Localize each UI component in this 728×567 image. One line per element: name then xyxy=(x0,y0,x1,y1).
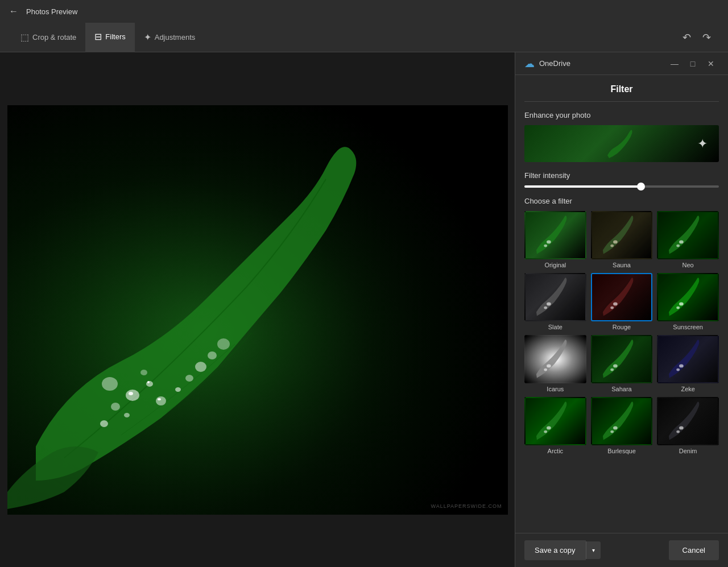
intensity-section: Filter intensity xyxy=(524,171,719,188)
filter-section-label: Choose a filter xyxy=(524,197,719,205)
filter-name-sauna: Sauna xyxy=(613,262,631,268)
svg-point-39 xyxy=(610,431,614,433)
onedrive-header: ☁ OneDrive — □ ✕ xyxy=(515,52,728,75)
svg-point-35 xyxy=(677,369,680,371)
close-button[interactable]: ✕ xyxy=(703,56,719,72)
filter-thumb-slate xyxy=(524,273,586,321)
svg-point-9 xyxy=(102,377,118,391)
watermark: WALLPAPERSWIDE.COM xyxy=(431,503,502,509)
svg-point-19 xyxy=(544,245,547,247)
redo-button[interactable]: ↷ xyxy=(697,27,717,48)
svg-point-29 xyxy=(677,307,680,309)
svg-point-21 xyxy=(610,245,614,247)
thumb-leaf-burlesque xyxy=(592,398,652,444)
undo-button[interactable]: ↶ xyxy=(677,27,697,48)
photo-area: WALLPAPERSWIDE.COM xyxy=(0,52,515,567)
filter-grid: OriginalSaunaNeoSlateRougeSunscreenIcaru… xyxy=(524,211,719,454)
svg-point-12 xyxy=(124,413,130,417)
cancel-button[interactable]: Cancel xyxy=(669,540,719,560)
filter-panel-title: Filter xyxy=(524,84,719,102)
onedrive-branding: ☁ OneDrive xyxy=(524,57,570,70)
onedrive-title: OneDrive xyxy=(539,59,570,68)
svg-point-36 xyxy=(547,427,551,430)
svg-point-25 xyxy=(544,307,547,309)
svg-point-28 xyxy=(679,303,684,306)
toolbar: ⬚ Crop & rotate ⊟ Filters ✦ Adjustments … xyxy=(0,23,728,52)
filters-button[interactable]: ⊟ Filters xyxy=(85,23,134,52)
filter-item-sunscreen[interactable]: Sunscreen xyxy=(657,273,719,330)
svg-point-16 xyxy=(147,381,150,383)
svg-point-24 xyxy=(547,303,551,306)
bottom-bar: Save a copy ▾ Cancel xyxy=(515,533,728,567)
adjustments-icon: ✦ xyxy=(144,32,151,43)
thumb-leaf-sahara xyxy=(592,336,652,382)
enhance-label: Enhance your photo xyxy=(524,111,719,119)
enhance-preview-leaf xyxy=(605,127,639,161)
filter-name-zeke: Zeke xyxy=(681,386,694,392)
filter-thumb-neo xyxy=(657,211,719,259)
svg-point-37 xyxy=(544,431,547,433)
save-dropdown-button[interactable]: ▾ xyxy=(586,541,601,559)
title-bar: ← Photos Preview xyxy=(0,0,728,23)
intensity-slider[interactable] xyxy=(524,185,719,188)
filter-name-denim: Denim xyxy=(679,448,697,454)
enhance-preview[interactable]: ✦ xyxy=(524,125,719,162)
filter-item-icarus[interactable]: Icarus xyxy=(524,335,586,392)
filter-name-rouge: Rouge xyxy=(613,324,631,330)
intensity-label: Filter intensity xyxy=(524,171,719,180)
filter-item-slate[interactable]: Slate xyxy=(524,273,586,330)
svg-point-5 xyxy=(156,396,166,405)
filter-item-rouge[interactable]: Rouge xyxy=(591,273,653,330)
thumb-leaf-sauna xyxy=(592,212,652,258)
thumb-leaf-sunscreen xyxy=(658,274,718,320)
filter-item-neo[interactable]: Neo xyxy=(657,211,719,268)
filter-item-arctic[interactable]: Arctic xyxy=(524,397,586,454)
svg-point-4 xyxy=(146,381,153,387)
svg-point-22 xyxy=(679,241,684,244)
svg-point-3 xyxy=(111,403,120,411)
maximize-button[interactable]: □ xyxy=(685,56,701,72)
filter-thumb-arctic xyxy=(524,397,586,445)
back-button[interactable]: ← xyxy=(5,2,23,20)
filter-name-slate: Slate xyxy=(548,324,562,330)
filter-thumb-sauna xyxy=(591,211,653,259)
svg-point-18 xyxy=(547,241,551,244)
thumb-leaf-denim xyxy=(658,398,718,444)
filter-item-sauna[interactable]: Sauna xyxy=(591,211,653,268)
intensity-fill xyxy=(524,185,641,188)
filter-thumb-denim xyxy=(657,397,719,445)
save-copy-button[interactable]: Save a copy xyxy=(524,540,586,560)
filter-name-icarus: Icarus xyxy=(547,386,564,392)
filter-item-original[interactable]: Original xyxy=(524,211,586,268)
thumb-leaf-rouge xyxy=(592,274,652,320)
intensity-thumb[interactable] xyxy=(637,183,645,191)
svg-point-41 xyxy=(677,431,680,433)
svg-point-26 xyxy=(613,303,618,306)
intensity-slider-container xyxy=(524,185,719,188)
filter-name-burlesque: Burlesque xyxy=(607,448,636,454)
svg-point-8 xyxy=(195,362,206,372)
svg-point-7 xyxy=(185,375,193,382)
thumb-leaf-zeke xyxy=(658,336,718,382)
filter-name-arctic: Arctic xyxy=(548,448,564,454)
filter-thumb-sahara xyxy=(591,335,653,383)
filter-panel: Filter Enhance your photo ✦ Filter inten… xyxy=(515,75,728,533)
filter-thumb-sunscreen xyxy=(657,273,719,321)
svg-point-6 xyxy=(175,387,181,392)
filter-item-burlesque[interactable]: Burlesque xyxy=(591,397,653,454)
filter-item-sahara[interactable]: Sahara xyxy=(591,335,653,392)
leaf-image xyxy=(7,105,508,515)
svg-point-10 xyxy=(140,370,147,375)
adjustments-button[interactable]: ✦ Adjustments xyxy=(135,23,205,52)
crop-rotate-button[interactable]: ⬚ Crop & rotate xyxy=(11,23,85,52)
save-button-group: Save a copy ▾ xyxy=(524,540,601,560)
filter-item-denim[interactable]: Denim xyxy=(657,397,719,454)
svg-point-38 xyxy=(613,427,618,430)
filter-name-sahara: Sahara xyxy=(611,386,631,392)
svg-point-20 xyxy=(613,241,618,244)
minimize-button[interactable]: — xyxy=(667,56,682,72)
svg-point-27 xyxy=(610,307,614,309)
filter-item-zeke[interactable]: Zeke xyxy=(657,335,719,392)
svg-point-15 xyxy=(129,392,133,395)
filter-name-sunscreen: Sunscreen xyxy=(673,324,703,330)
